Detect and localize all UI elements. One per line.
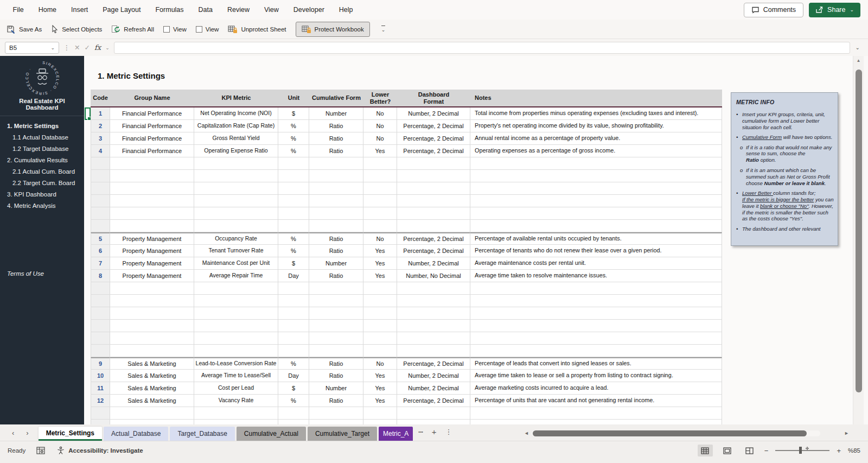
column-header-unit[interactable]: Unit	[278, 90, 309, 106]
cell-empty[interactable]	[91, 157, 110, 170]
cell-notes[interactable]: Annual rental income as a percentage of …	[470, 132, 722, 145]
sidebar-item-4-metric-analysis[interactable]: 4. Metric Analysis	[0, 200, 84, 211]
cell-empty[interactable]	[278, 295, 309, 307]
cell-empty[interactable]	[397, 195, 470, 207]
cell-lower[interactable]: No	[363, 232, 397, 245]
cell-cum[interactable]: Ratio	[309, 370, 363, 382]
cell-empty[interactable]	[309, 182, 363, 195]
cell-group[interactable]: Financial Performance	[110, 120, 194, 132]
confirm-entry-icon[interactable]: ✓	[84, 43, 90, 52]
cell-empty[interactable]	[91, 345, 110, 357]
cell-metric[interactable]: Maintenance Cost per Unit	[194, 257, 278, 270]
cell-empty[interactable]	[91, 170, 110, 182]
view-checkbox-b[interactable]: View	[196, 26, 219, 33]
cell-empty[interactable]	[363, 307, 397, 320]
cell-group[interactable]: Financial Performance	[110, 145, 194, 157]
cell-empty[interactable]	[278, 170, 309, 182]
sidebar-item-1-1-actual-database[interactable]: 1.1 Actual Database	[0, 131, 84, 143]
cell-cum[interactable]: Ratio	[309, 395, 363, 407]
cell-metric[interactable]: Capitalization Rate (Cap Rate)	[194, 120, 278, 132]
cell-empty[interactable]	[363, 182, 397, 195]
cell-empty[interactable]	[278, 307, 309, 320]
cell-empty[interactable]	[194, 157, 278, 170]
cell-empty[interactable]	[194, 295, 278, 307]
vertical-scroll-thumb[interactable]	[856, 69, 862, 392]
view-checkbox-a[interactable]: View	[163, 26, 187, 33]
cell-empty[interactable]	[470, 307, 722, 320]
cell-format[interactable]: Percentage, 2 Decimal	[397, 145, 470, 157]
cell-unit[interactable]: %	[278, 245, 309, 257]
sidebar-item-2-cumulative-results[interactable]: 2. Cumulative Results	[0, 154, 84, 166]
cell-empty[interactable]	[110, 170, 194, 182]
protect-workbook-button[interactable]: Protect Workbook	[296, 22, 370, 37]
cell-empty[interactable]	[278, 220, 309, 232]
terms-of-use-link[interactable]: Terms of Use	[7, 270, 44, 277]
sheet-tab-metric-settings[interactable]: Metric_Settings	[39, 427, 102, 441]
cell-code[interactable]: 5	[91, 232, 110, 245]
zoom-out-icon[interactable]: −	[764, 447, 769, 455]
cell-lower[interactable]: Yes	[363, 270, 397, 282]
cell-empty[interactable]	[309, 295, 363, 307]
cell-empty[interactable]	[194, 420, 278, 424]
cell-code[interactable]: 1	[91, 107, 110, 120]
cell-empty[interactable]	[309, 170, 363, 182]
sidebar-item-1-metric-settings[interactable]: 1. Metric Settings	[0, 120, 84, 131]
zoom-slider[interactable]	[775, 450, 829, 451]
cell-code[interactable]: 7	[91, 257, 110, 270]
cell-notes[interactable]: Average marketing costs incurred to acqu…	[470, 382, 722, 395]
cell-unit[interactable]: %	[278, 395, 309, 407]
cell-empty[interactable]	[470, 295, 722, 307]
cell-format[interactable]: Percentage, 2 Decimal	[397, 232, 470, 245]
cell-unit[interactable]: %	[278, 132, 309, 145]
cell-group[interactable]: Property Management	[110, 257, 194, 270]
cell-notes[interactable]: Operating expenses as a percentage of gr…	[470, 145, 722, 157]
cell-empty[interactable]	[194, 307, 278, 320]
cell-empty[interactable]	[309, 345, 363, 357]
cell-format[interactable]: Percentage, 2 Decimal	[397, 395, 470, 407]
cell-empty[interactable]	[470, 207, 722, 220]
cell-cum[interactable]: Ratio	[309, 270, 363, 282]
cell-unit[interactable]: $	[278, 107, 309, 120]
name-box-chevron-icon[interactable]: ⌄	[50, 45, 55, 50]
menu-file[interactable]: File	[5, 6, 31, 14]
sidebar-item-2-1-actual-cum-board[interactable]: 2.1 Actual Cum. Board	[0, 166, 84, 177]
cell-empty[interactable]	[397, 320, 470, 332]
cell-empty[interactable]	[309, 407, 363, 420]
name-box[interactable]: B5 ⌄	[5, 42, 59, 54]
cell-metric[interactable]: Vacancy Rate	[194, 395, 278, 407]
cell-format[interactable]: Percentage, 2 Decimal	[397, 120, 470, 132]
accessibility-status[interactable]: Accessibility: Investigate	[56, 446, 143, 455]
cell-empty[interactable]	[278, 207, 309, 220]
menu-home[interactable]: Home	[31, 6, 63, 14]
cell-empty[interactable]	[194, 195, 278, 207]
cell-empty[interactable]	[194, 170, 278, 182]
cell-lower[interactable]: Yes	[363, 257, 397, 270]
cell-empty[interactable]	[110, 195, 194, 207]
cell-format[interactable]: Number, 2 Decimal	[397, 107, 470, 120]
column-header-metric[interactable]: KPI Metric	[194, 90, 278, 106]
cell-unit[interactable]: Day	[278, 270, 309, 282]
cell-metric[interactable]: Net Operating Income (NOI)	[194, 107, 278, 120]
cell-empty[interactable]	[278, 345, 309, 357]
sidebar-item-3-kpi-dashboard[interactable]: 3. KPI Dashboard	[0, 188, 84, 200]
cell-empty[interactable]	[363, 407, 397, 420]
cell-empty[interactable]	[397, 345, 470, 357]
cell-empty[interactable]	[309, 420, 363, 424]
cell-group[interactable]: Sales & Marketing	[110, 382, 194, 395]
zoom-slider-thumb[interactable]	[799, 447, 802, 454]
metric-info-panel[interactable]: METRIC INFO •Insert your KPI groups, cri…	[731, 92, 838, 246]
cell-empty[interactable]	[91, 332, 110, 345]
cell-code[interactable]: 10	[91, 370, 110, 382]
cell-notes[interactable]: Average time taken to resolve maintenanc…	[470, 270, 722, 282]
cell-empty[interactable]	[110, 345, 194, 357]
cell-code[interactable]: 4	[91, 145, 110, 157]
ribbon-options-chevron-icon[interactable]: ⌄	[381, 26, 386, 33]
cell-lower[interactable]: No	[363, 357, 397, 370]
cell-empty[interactable]	[470, 157, 722, 170]
column-header-notes[interactable]: Notes	[470, 90, 722, 106]
cell-cum[interactable]: Number	[309, 257, 363, 270]
cell-empty[interactable]	[91, 320, 110, 332]
cell-empty[interactable]	[397, 295, 470, 307]
cell-empty[interactable]	[363, 195, 397, 207]
cell-empty[interactable]	[278, 320, 309, 332]
